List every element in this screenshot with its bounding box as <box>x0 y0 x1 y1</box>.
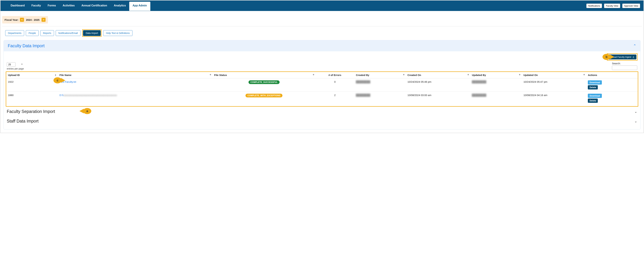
panel-title: Faculty Data Import <box>8 44 44 48</box>
nav-annual-cert[interactable]: Annual Certification <box>78 1 110 11</box>
subtabs: Departments People Reports Notifications… <box>0 29 644 40</box>
chevron-down-icon: ⌄ <box>634 110 637 114</box>
entries-per-page-select[interactable]: 25 <box>7 62 16 67</box>
callout-a: a <box>83 108 91 114</box>
cell-created-on: 10/24/2024 05:46 pm <box>406 78 470 92</box>
col-updated-on[interactable]: Updated On ◆ <box>522 72 586 78</box>
cell-created-by: ████████ <box>356 80 370 83</box>
col-created-by[interactable]: Created By ◆ <box>354 72 406 78</box>
table-header-row: Upload ID ▲▼ File Name ◆ File Status ◆ <box>6 72 638 78</box>
subtab-people[interactable]: People <box>26 30 39 36</box>
table-row: 1922 Test Faculty.txt COMPLETE_SUCCESSFU… <box>6 78 638 92</box>
fiscal-pill: Fiscal Year: < 2024 - 2025 > <box>2 16 48 24</box>
fiscal-label: Fiscal Year: <box>4 18 18 21</box>
section-staff-data[interactable]: Staff Data Import ⌄ <box>6 116 638 126</box>
fiscal-prev-button[interactable]: < <box>20 18 24 22</box>
import-table: Upload ID ▲▼ File Name ◆ File Status ◆ <box>6 72 638 105</box>
search-label: Search: <box>612 62 621 65</box>
search-input[interactable] <box>612 66 637 70</box>
status-badge: COMPLETE_WITH_EXCEPTIONS <box>246 94 282 98</box>
cell-updated-on: 10/08/2024 04:16 am <box>522 92 586 105</box>
subtab-data-import[interactable]: Data Import <box>83 30 101 36</box>
subtab-help-text[interactable]: Help Text & Definitions <box>103 30 132 36</box>
chevron-up-icon[interactable]: ⌃ <box>633 44 636 48</box>
faculty-view-button[interactable]: Faculty View <box>604 4 620 8</box>
delete-button[interactable]: Delete <box>588 85 598 90</box>
sort-icon: ◆ <box>403 74 404 75</box>
subtab-notifications-email[interactable]: Notifications/Email <box>56 30 80 36</box>
cell-updated-by: ████████ <box>472 94 486 96</box>
status-badge: COMPLETE_SUCCESSFUL <box>248 80 280 84</box>
sort-icon: ◆ <box>313 74 314 75</box>
notifications-button[interactable]: Notifications <box>586 4 602 8</box>
cell-errors: 2 <box>316 92 354 105</box>
subtab-highlight: Data Import <box>82 29 102 37</box>
cell-upload-id: 1880 <box>6 92 58 105</box>
callout-b: b <box>602 54 610 60</box>
subtab-reports[interactable]: Reports <box>40 30 54 36</box>
table-row: 1880 D:\\aaaaaaaaaaaaaaaaaaaaaaaaaaaaaaa… <box>6 92 638 105</box>
cell-updated-on: 10/24/2024 05:47 pm <box>522 78 586 92</box>
col-created-on[interactable]: Created On ◆ <box>406 72 470 78</box>
col-updated-by[interactable]: Updated By ◆ <box>470 72 522 78</box>
nav-app-admin[interactable]: App Admin <box>129 2 150 11</box>
cell-updated-by: ████████ <box>472 80 486 83</box>
faculty-data-import-panel: Faculty Data Import ⌃ b Upload Faculty I… <box>4 40 640 130</box>
section-faculty-separation[interactable]: Faculty Separation Import ⌄ <box>6 107 638 116</box>
sort-icon: ◆ <box>584 74 585 75</box>
col-actions: Actions <box>586 72 638 78</box>
search-block: Search: <box>612 62 637 70</box>
col-file-status[interactable]: File Status ◆ <box>212 72 316 78</box>
col-upload-id[interactable]: Upload ID ▲▼ <box>6 72 58 78</box>
nav-right: Notifications Faculty View Approver View <box>586 4 640 8</box>
section-title: Staff Data Import <box>7 119 39 124</box>
col-file-name[interactable]: File Name ◆ <box>58 72 212 78</box>
entries-label: entries per page <box>7 67 24 70</box>
file-link[interactable]: D:\\aaaaaaaaaaaaaaaaaaaaaaaaaaaaaaaaaaaa… <box>60 94 117 96</box>
nav-forms[interactable]: Forms <box>44 1 60 11</box>
cell-upload-id: 1922 <box>6 78 58 92</box>
chevron-down-icon: ⌄ <box>634 119 637 123</box>
sort-icon: ◆ <box>210 74 211 75</box>
sort-icon: ◆ <box>519 74 520 75</box>
cell-errors: 0 <box>316 78 354 92</box>
cell-created-on: 10/08/2024 03:00 am <box>406 92 470 105</box>
section-title: Faculty Separation Import <box>7 109 55 114</box>
table-highlight: Upload ID ▲▼ File Name ◆ File Status ◆ <box>6 72 638 107</box>
col-errors[interactable]: # of Errors <box>316 72 354 78</box>
table-controls: 25 entries per page Search: <box>6 62 638 72</box>
nav-faculty[interactable]: Faculty <box>28 1 44 11</box>
fiscal-bar: Fiscal Year: < 2024 - 2025 > <box>0 11 644 25</box>
fiscal-value: 2024 - 2025 <box>25 18 40 21</box>
sort-icon: ◆ <box>468 74 469 75</box>
download-button[interactable]: Download <box>588 94 602 98</box>
nav-dashboard[interactable]: Dashboard <box>7 1 28 11</box>
approver-view-button[interactable]: Approver View <box>622 4 640 8</box>
panel-body: b Upload Faculty Ingest 25 entri <box>4 51 640 129</box>
delete-button[interactable]: Delete <box>588 98 598 103</box>
entries-block: 25 entries per page <box>7 62 24 70</box>
fiscal-next-button[interactable]: > <box>42 18 46 22</box>
subtab-departments[interactable]: Departments <box>5 30 24 36</box>
sort-icon: ▲▼ <box>55 74 56 76</box>
nav-links: Dashboard Faculty Forms Activities Annua… <box>7 1 150 11</box>
cell-created-by: ████████ <box>356 94 370 96</box>
nav-analytics[interactable]: Analytics <box>110 1 129 11</box>
top-navbar: Dashboard Faculty Forms Activities Annua… <box>0 0 644 11</box>
panel-header[interactable]: Faculty Data Import ⌃ <box>4 40 640 51</box>
download-icon <box>632 56 634 58</box>
upload-row: b Upload Faculty Ingest <box>6 53 638 60</box>
nav-activities[interactable]: Activities <box>60 1 78 11</box>
download-button[interactable]: Download <box>588 80 602 84</box>
